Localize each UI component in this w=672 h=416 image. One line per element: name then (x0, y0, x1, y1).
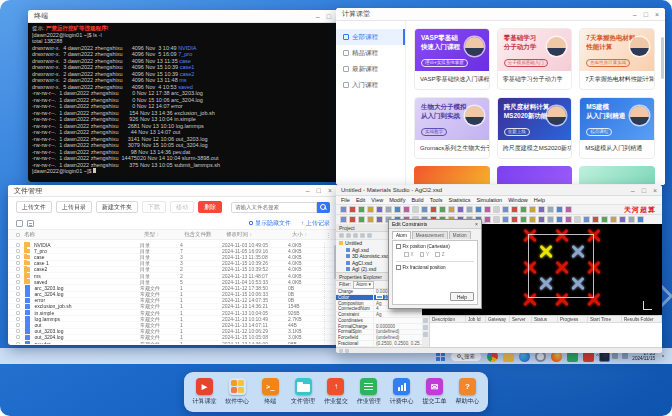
row-more-icon[interactable]: ⋮ (322, 291, 334, 297)
course-card[interactable]: 生物大分子模拟从入门到实战实战教学Gromacs系列之生物大分子模拟教程 (414, 97, 490, 159)
sidebar-item-2[interactable]: 精品课程 (336, 45, 405, 61)
project-tool-icon[interactable] (367, 233, 372, 238)
course-card[interactable]: 7天掌握热电材料性能计算热电性质计算实战7天掌握热电材料性能计算 (579, 28, 655, 90)
file-name-cell[interactable]: out (20, 322, 140, 328)
toolbar-icon[interactable] (421, 206, 428, 213)
ime-indicator[interactable]: 中 (603, 353, 609, 360)
file-name-cell[interactable]: out_3203.log (20, 328, 140, 334)
toolbar-icon[interactable] (556, 216, 563, 223)
file-name-cell[interactable]: arc_3204.log (20, 291, 140, 297)
minimize-button[interactable]: – (316, 10, 320, 23)
row-more-icon[interactable]: ⋮ (322, 279, 334, 285)
toolbar-icon[interactable] (547, 216, 554, 223)
toolbar-icon[interactable] (502, 216, 509, 223)
dock-item-mail[interactable]: ✉提交工单 (419, 378, 450, 406)
maximize-button[interactable]: □ (642, 185, 646, 197)
tray-expand-icon[interactable]: ^ (596, 353, 599, 359)
file-name-cell[interactable]: exclusion_job.sh (20, 303, 140, 309)
dialog-tab-atom[interactable]: Atom (392, 231, 411, 239)
menu-edit[interactable]: Edit (356, 197, 365, 203)
dock-item-terminal[interactable]: >_终端 (255, 378, 286, 406)
toolbar-icon[interactable] (394, 206, 401, 213)
row-more-icon[interactable]: ⋮ (322, 328, 334, 334)
toolbar-button[interactable]: 上传文件 (16, 201, 52, 213)
close-button[interactable]: × (653, 185, 657, 197)
fix-position-checkbox[interactable]: Fix position (Cartesian) (396, 244, 474, 249)
volume-icon[interactable] (622, 353, 628, 359)
dock-item-grid[interactable]: 软件中心 (222, 378, 253, 406)
toolbar-icon[interactable] (556, 206, 563, 213)
toolbar-icon[interactable] (610, 216, 617, 223)
toolbar-icon[interactable] (565, 216, 572, 223)
dock-item-help[interactable]: ?帮助中心 (452, 378, 483, 406)
minimize-button[interactable]: – (633, 8, 637, 21)
terminal-titlebar[interactable]: 终端 – □ × (28, 10, 348, 23)
dialog-tab-measurement[interactable]: Measurement (412, 231, 448, 239)
search-button[interactable] (317, 202, 330, 213)
course-scrollbar[interactable] (661, 37, 664, 79)
project-tool-icon[interactable] (360, 233, 365, 238)
menu-help[interactable]: Help (534, 197, 545, 203)
toolbar-icon[interactable] (403, 206, 410, 213)
search-input[interactable] (231, 202, 317, 213)
sidebar-item-3[interactable]: 最新课程 (336, 61, 405, 77)
toolbar-icon[interactable] (358, 206, 365, 213)
file-name-cell[interactable]: out_3204.log (20, 334, 140, 340)
maximize-button[interactable]: □ (317, 185, 321, 197)
toolbar-icon[interactable] (376, 216, 383, 223)
menu-statistics[interactable]: Statistics (448, 197, 470, 203)
toolbar-icon[interactable] (637, 216, 644, 223)
row-more-icon[interactable]: ⋮ (322, 248, 334, 254)
axis-checkbox-x[interactable]: X (404, 252, 414, 257)
row-more-icon[interactable]: ⋮ (322, 322, 334, 328)
delete-button[interactable]: 删除 (198, 201, 222, 213)
row-more-icon[interactable]: ⋮ (322, 334, 334, 340)
row-more-icon[interactable]: ⋮ (322, 285, 334, 291)
file-name-cell[interactable]: saved (20, 279, 140, 285)
sort-icon[interactable]: ↕ (303, 231, 307, 237)
row-more-icon[interactable]: ⋮ (322, 310, 334, 316)
files-titlebar[interactable]: 文件管理 – □ × (8, 185, 338, 197)
menu-file[interactable]: File (341, 197, 350, 203)
sort-icon[interactable]: ↕ (248, 231, 252, 237)
row-more-icon[interactable]: ⋮ (322, 316, 334, 322)
file-name-cell[interactable]: in.simple (20, 310, 140, 316)
toolbar-icon[interactable] (583, 216, 590, 223)
dialog-titlebar[interactable]: Edit Constraints × (389, 220, 481, 229)
row-more-icon[interactable]: ⋮ (322, 266, 334, 272)
project-tool-icon[interactable] (353, 233, 358, 238)
toolbar-icon[interactable] (367, 216, 374, 223)
toolbar-icon[interactable] (574, 216, 581, 223)
course-card[interactable]: 零基础学习分子动力学分子模拟基础入门零基础学习分子动力学 (497, 28, 573, 90)
toolbar-icon[interactable] (448, 206, 455, 213)
show-hidden-toggle[interactable]: 显示隐藏文件 (249, 219, 291, 228)
row-more-icon[interactable]: ⋮ (322, 242, 334, 248)
toolbar-icon[interactable] (484, 206, 491, 213)
close-button[interactable]: × (328, 185, 332, 197)
menu-view[interactable]: View (371, 197, 383, 203)
dock-item-list[interactable]: 作业管理 (353, 378, 384, 406)
course-card-partial[interactable] (579, 166, 655, 184)
toolbar-icon[interactable] (538, 206, 545, 213)
dock-item-upload[interactable]: ↑作业提交 (320, 378, 351, 406)
course-card[interactable]: VASP零基础快速入门课程理论+实操系统掌握VASP零基础快速入门课程 (414, 28, 490, 90)
toolbar-icon[interactable] (340, 216, 347, 223)
maximize-button[interactable]: □ (644, 8, 648, 21)
toolbar-icon[interactable] (475, 206, 482, 213)
project-tool-icon[interactable] (346, 233, 351, 238)
menu-build[interactable]: Build (411, 197, 423, 203)
toolbar-icon[interactable] (349, 206, 356, 213)
toolbar-icon[interactable] (511, 216, 518, 223)
sidebar-item-1[interactable]: 全部课程 (336, 29, 405, 45)
toolbar-icon[interactable] (358, 216, 365, 223)
toolbar-icon[interactable] (520, 206, 527, 213)
toolbar-icon[interactable] (493, 206, 500, 213)
row-more-icon[interactable]: ⋮ (322, 273, 334, 279)
toolbar-icon[interactable] (520, 216, 527, 223)
dock-item-video[interactable]: ▶计算课堂 (189, 378, 220, 406)
view-list-icon[interactable] (27, 220, 34, 227)
toolbar-button[interactable]: 上传目录 (56, 201, 92, 213)
terminal-output[interactable]: 提示: 严禁运行挖矿等违规程序![dawn2022@login01 ~]$ ls… (28, 23, 348, 182)
toolbar-icon[interactable] (385, 206, 392, 213)
toolbar-icon[interactable] (466, 206, 473, 213)
